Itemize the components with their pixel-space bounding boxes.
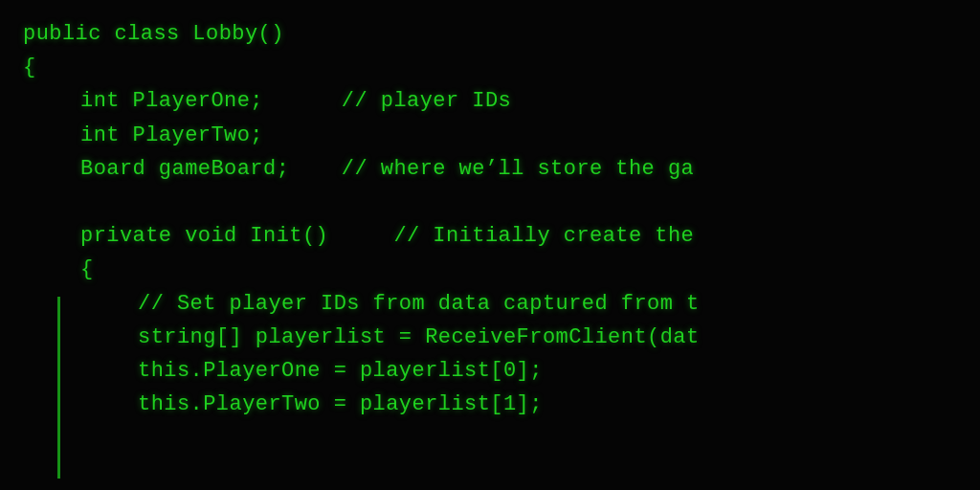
- code-line-9: // Set player IDs from data captured fro…: [23, 287, 957, 321]
- code-line-12: this.PlayerTwo = playerlist[1];: [23, 388, 957, 421]
- code-line-1: public class Lobby(): [23, 17, 957, 51]
- code-editor: public class Lobby() { int PlayerOne; //…: [0, 0, 980, 490]
- code-line-4: int PlayerTwo;: [23, 119, 957, 152]
- vertical-bar: [57, 297, 60, 479]
- code-line-7: private void Init() // Initially create …: [23, 219, 957, 253]
- code-line-5: Board gameBoard; // where we’ll store th…: [23, 152, 957, 186]
- code-line-6: [23, 186, 957, 219]
- code-line-10: string[] playerlist = ReceiveFromClient(…: [23, 321, 957, 354]
- code-line-11: this.PlayerOne = playerlist[0];: [23, 354, 957, 388]
- code-line-3: int PlayerOne; // player IDs: [23, 84, 957, 118]
- code-line-2: {: [23, 51, 957, 84]
- code-line-8: {: [23, 253, 957, 286]
